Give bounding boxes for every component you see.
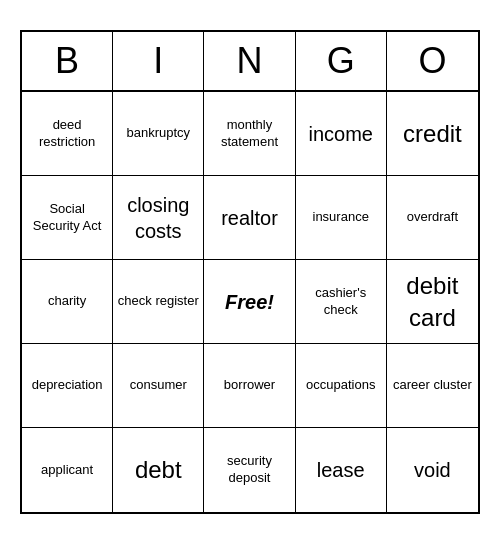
bingo-cell: lease: [296, 428, 387, 512]
bingo-cell: monthly statement: [204, 92, 295, 176]
bingo-cell: Free!: [204, 260, 295, 344]
bingo-cell: cashier's check: [296, 260, 387, 344]
bingo-cell: closing costs: [113, 176, 204, 260]
bingo-cell: occupations: [296, 344, 387, 428]
bingo-cell: realtor: [204, 176, 295, 260]
bingo-cell: void: [387, 428, 478, 512]
bingo-card: BINGO deed restrictionbankruptcymonthly …: [20, 30, 480, 514]
bingo-cell: applicant: [22, 428, 113, 512]
bingo-cell: debt: [113, 428, 204, 512]
header-letter: B: [22, 32, 113, 90]
header-letter: I: [113, 32, 204, 90]
header-letter: O: [387, 32, 478, 90]
bingo-cell: overdraft: [387, 176, 478, 260]
bingo-cell: depreciation: [22, 344, 113, 428]
bingo-cell: charity: [22, 260, 113, 344]
bingo-cell: career cluster: [387, 344, 478, 428]
bingo-cell: insurance: [296, 176, 387, 260]
bingo-cell: security deposit: [204, 428, 295, 512]
bingo-cell: check register: [113, 260, 204, 344]
bingo-grid: deed restrictionbankruptcymonthly statem…: [22, 92, 478, 512]
bingo-cell: income: [296, 92, 387, 176]
bingo-cell: consumer: [113, 344, 204, 428]
header-letter: N: [204, 32, 295, 90]
bingo-cell: deed restriction: [22, 92, 113, 176]
bingo-cell: Social Security Act: [22, 176, 113, 260]
bingo-cell: borrower: [204, 344, 295, 428]
header-letter: G: [296, 32, 387, 90]
bingo-cell: credit: [387, 92, 478, 176]
bingo-cell: bankruptcy: [113, 92, 204, 176]
bingo-cell: debit card: [387, 260, 478, 344]
bingo-header: BINGO: [22, 32, 478, 92]
